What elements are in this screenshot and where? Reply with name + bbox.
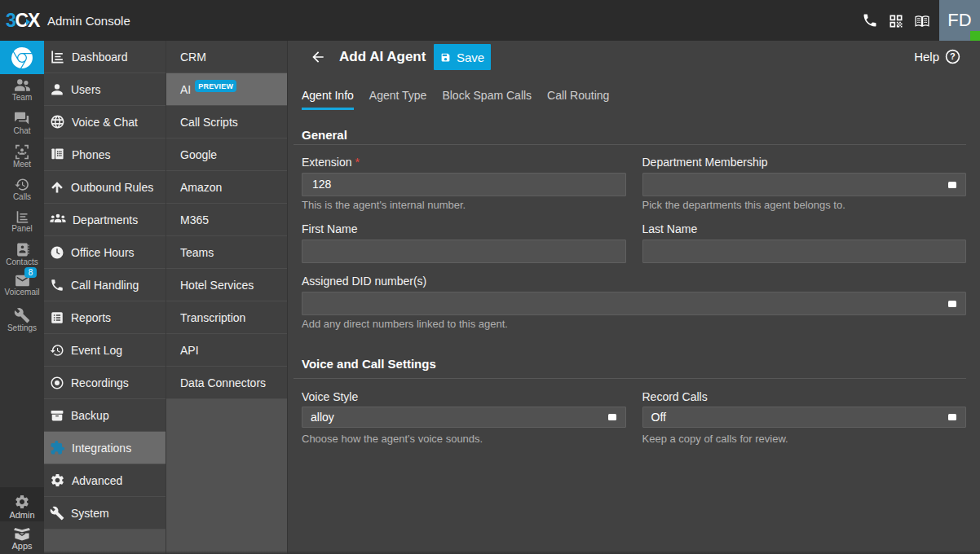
svg-text:?: ? — [950, 51, 956, 61]
